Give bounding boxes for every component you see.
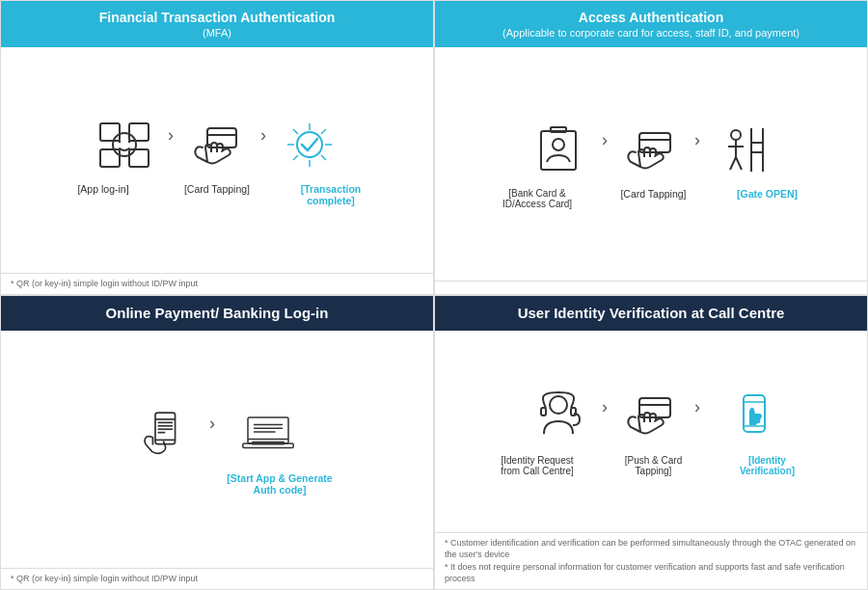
cell-online-header: Online Payment/ Banking Log-in: [1, 296, 433, 331]
financial-label2: [Card Tapping]: [178, 183, 256, 195]
access-step3-icon: [710, 121, 777, 178]
online-flow-icons: ›: [122, 405, 312, 463]
callcentre-step1-icon: [525, 388, 592, 445]
access-label3: [Gate OPEN]: [729, 188, 806, 200]
online-step1-icon: [122, 405, 200, 463]
access-label1: [Bank Card & ID/Access Card]: [497, 188, 579, 209]
svg-rect-49: [541, 408, 546, 416]
online-footer: * QR (or key-in) simple login without ID…: [1, 568, 433, 589]
callcentre-step3-icon: [710, 388, 777, 445]
financial-flow-icons: ›: [91, 116, 343, 174]
callcentre-label1: [Identity Request from Call Centre]: [497, 455, 579, 476]
financial-label1: [App log-in]: [65, 183, 142, 195]
financial-step2-icon: [183, 116, 251, 174]
cell-access-title: Access Authentication: [445, 9, 857, 26]
svg-line-16: [293, 155, 298, 160]
online-flow-labels: [Start App & Generate Auth code]: [15, 472, 419, 496]
svg-point-48: [550, 396, 567, 414]
svg-rect-0: [100, 123, 120, 141]
svg-line-29: [736, 157, 742, 170]
callcentre-step2-icon: [617, 388, 685, 445]
cell-callcentre: User Identity Verification at Call Centr…: [434, 295, 868, 590]
svg-line-28: [730, 157, 736, 170]
cell-access-subtitle: (Applicable to corporate card for access…: [445, 26, 857, 40]
financial-step1-icon: [91, 116, 158, 174]
cell-financial-subtitle: (MFA): [11, 26, 423, 40]
callcentre-flow-labels: [Identity Request from Call Centre] [Pus…: [449, 455, 853, 476]
financial-footer: * QR (or key-in) simple login without ID…: [1, 273, 433, 294]
cell-callcentre-title: User Identity Verification at Call Centr…: [445, 304, 857, 323]
access-flow-labels: [Bank Card & ID/Access Card] [Card Tappi…: [449, 188, 853, 209]
cell-online-content: ›: [1, 331, 433, 569]
access-label2: [Card Tapping]: [615, 188, 692, 200]
svg-rect-1: [129, 123, 149, 141]
svg-line-15: [321, 129, 326, 134]
svg-point-4: [113, 133, 136, 156]
callcentre-flow-icons: › ›: [525, 388, 777, 445]
cell-financial: Financial Transaction Authentication (MF…: [0, 0, 434, 295]
svg-rect-21: [551, 127, 566, 132]
cell-access: Access Authentication (Applicable to cor…: [434, 0, 868, 295]
cell-online: Online Payment/ Banking Log-in: [0, 295, 434, 590]
callcentre-footer: * Customer identification and verificati…: [435, 532, 867, 589]
cell-online-title: Online Payment/ Banking Log-in: [11, 304, 423, 323]
financial-label3: [Transaction complete]: [292, 183, 369, 206]
cell-access-content: › ›: [435, 47, 867, 281]
online-label2: [Start App & Generate Auth code]: [227, 472, 333, 496]
access-flow-icons: › ›: [525, 121, 777, 178]
main-grid: Financial Transaction Authentication (MF…: [0, 0, 868, 590]
callcentre-label2: [Push & Card Tapping]: [615, 455, 692, 476]
svg-point-22: [553, 139, 564, 150]
callcentre-arrow1: ›: [602, 397, 608, 417]
cell-financial-content: ›: [1, 47, 433, 273]
access-step1-icon: [525, 121, 592, 178]
financial-arrow2: ›: [260, 125, 266, 146]
svg-point-25: [731, 130, 741, 140]
cell-callcentre-header: User Identity Verification at Call Centr…: [435, 296, 867, 331]
svg-line-14: [321, 155, 326, 160]
financial-arrow1: ›: [168, 125, 174, 146]
cell-callcentre-content: › ›: [435, 331, 867, 532]
online-arrow1: ›: [209, 414, 215, 434]
callcentre-arrow2: ›: [694, 397, 700, 417]
financial-flow-labels: [App log-in] [Card Tapping] [Transaction…: [15, 183, 419, 206]
cell-financial-header: Financial Transaction Authentication (MF…: [1, 1, 433, 47]
cell-financial-title: Financial Transaction Authentication: [11, 9, 423, 26]
access-footer: [435, 281, 867, 294]
callcentre-label3: [Identity Verification]: [729, 455, 806, 476]
access-arrow2: ›: [694, 130, 700, 150]
svg-line-13: [293, 129, 298, 134]
financial-step3-icon: [276, 116, 343, 174]
online-step2-icon: [225, 405, 312, 463]
cell-access-header: Access Authentication (Applicable to cor…: [435, 1, 867, 47]
access-arrow1: ›: [602, 130, 608, 150]
access-step2-icon: [617, 121, 685, 178]
